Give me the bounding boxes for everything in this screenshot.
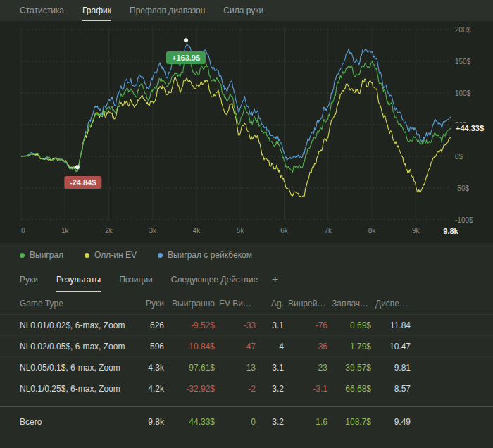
chart-point-marker xyxy=(75,165,80,169)
cell-ev-winrate: -47 xyxy=(215,342,256,351)
chart-point-marker xyxy=(184,38,188,42)
tab-graph[interactable]: График xyxy=(82,0,111,21)
y-axis-tick: -50$ xyxy=(455,185,469,192)
add-tab-button[interactable]: + xyxy=(272,267,278,292)
legend-label: Выиграл xyxy=(30,250,63,260)
series-line-won xyxy=(21,58,451,172)
sub-tab-bar-wrap: РукиРезультатыПозицииСледующее Действие … xyxy=(0,267,493,292)
cell-variance: 9.49 xyxy=(371,417,411,427)
x-axis-tick: 7k xyxy=(324,227,332,235)
x-axis-tick: 4k xyxy=(193,227,201,235)
allin-ev-dot-icon xyxy=(85,253,89,258)
chart-legend: ВыигралОлл-ин EVВыиграл с рейкбеком xyxy=(0,243,493,267)
column-header-hands[interactable]: Руки xyxy=(129,299,164,309)
legend-item-won[interactable]: Выиграл xyxy=(20,250,63,260)
cell-variance: 9.81 xyxy=(371,363,411,373)
low-annotation-badge: -24.84$ xyxy=(64,176,101,189)
x-axis-tick: 0 xyxy=(21,227,25,235)
cell-winrate: -36 xyxy=(284,342,327,351)
cell-variance: 10.47 xyxy=(371,342,411,351)
cell-ag: 3.1 xyxy=(256,363,284,373)
legend-label: Выиграл с рейкбеком xyxy=(168,250,252,260)
column-header-ev-winrate[interactable]: EV Винре... xyxy=(215,299,256,309)
cell-rake-paid: 0.69$ xyxy=(327,321,371,330)
column-header-won[interactable]: Выигранно xyxy=(164,299,215,309)
cell-ev-winrate: 13 xyxy=(215,363,256,373)
cell-won: -10.84$ xyxy=(164,342,215,351)
peak-annotation-badge: +163.9$ xyxy=(166,51,206,64)
x-axis-tick: 1k xyxy=(61,227,70,235)
column-header-rake-paid[interactable]: Заплачен... xyxy=(327,299,371,309)
cell-game-type: NL0.01/0.02$, 6-max, Zoom xyxy=(20,321,129,330)
tab-positions[interactable]: Позиции xyxy=(119,267,153,292)
cell-winrate: 1.6 xyxy=(284,417,327,427)
legend-label: Олл-ин EV xyxy=(94,250,137,260)
cell-game-type: Всего xyxy=(20,417,129,427)
cell-winrate: 23 xyxy=(284,363,327,373)
y-axis-tick: 150$ xyxy=(455,58,471,66)
x-axis-tick: 2k xyxy=(105,227,113,235)
cell-hands: 4.3k xyxy=(129,363,164,373)
cell-ev-winrate: 0 xyxy=(215,417,256,427)
sub-tab-bar: РукиРезультатыПозицииСледующее Действие xyxy=(20,267,258,292)
top-tab-bar: СтатистикаГрафикПрефлоп диапазонСила рук… xyxy=(0,0,493,21)
table-row[interactable]: NL0.02/0.05$, 6-max, Zoom596-10.84$-474-… xyxy=(0,336,493,357)
legend-item-won-rakeback[interactable]: Выиграл с рейкбеком xyxy=(158,250,252,260)
column-header-ag[interactable]: Ag. xyxy=(256,299,284,309)
tab-statistics[interactable]: Статистика xyxy=(20,0,64,21)
cell-hands: 626 xyxy=(129,321,164,330)
cell-ev-winrate: -2 xyxy=(215,384,256,394)
cell-game-type: NL0.1/0.25$, 6-max, Zoom xyxy=(20,384,129,394)
x-axis-tick: 9k xyxy=(412,227,420,235)
won-dot-icon xyxy=(20,253,25,258)
cell-ag: 3.1 xyxy=(256,321,284,330)
legend-item-allin-ev[interactable]: Олл-ин EV xyxy=(85,250,137,260)
tab-hand-strength[interactable]: Сила руки xyxy=(223,0,263,21)
x-axis-current-tick: 9.8k xyxy=(443,227,458,235)
y-axis-tick: 100$ xyxy=(455,89,471,97)
cell-won: -9.52$ xyxy=(164,321,215,330)
table-row[interactable]: NL0.01/0.02$, 6-max, Zoom626-9.52$-333.1… xyxy=(0,315,493,336)
y-axis-tick: -100$ xyxy=(455,216,473,224)
table-body: NL0.01/0.02$, 6-max, Zoom626-9.52$-333.1… xyxy=(0,315,493,436)
y-axis-tick: 200$ xyxy=(455,26,471,34)
x-axis-tick: 3k xyxy=(149,227,157,235)
chart-area[interactable]: 200$150$100$50$0$-50$-100$01k2k3k4k5k6k7… xyxy=(0,21,493,243)
cell-won: 44.33$ xyxy=(164,417,215,427)
cell-rake-paid: 66.68$ xyxy=(327,384,371,394)
table-header-row: Game TypeРукиВыигранноEV Винре...Ag.Винр… xyxy=(0,292,493,315)
table-total-row[interactable]: Всего9.8k44.33$03.21.6108.7$9.49 xyxy=(0,406,493,436)
tab-hands[interactable]: Руки xyxy=(20,267,38,292)
table-row[interactable]: NL0.05/0.1$, 6-max, Zoom4.3k97.61$133.12… xyxy=(0,357,493,378)
cell-hands: 596 xyxy=(129,342,164,351)
column-header-variance[interactable]: Дисперси... xyxy=(371,299,411,309)
y-axis-tick: 0$ xyxy=(455,153,463,161)
cell-won: -32.92$ xyxy=(164,384,215,394)
column-header-game-type[interactable]: Game Type xyxy=(20,299,129,309)
cell-ag: 4 xyxy=(256,342,284,351)
cell-rake-paid: 39.57$ xyxy=(327,363,371,373)
x-axis-tick: 8k xyxy=(368,227,377,235)
cell-game-type: NL0.02/0.05$, 6-max, Zoom xyxy=(20,342,129,351)
tab-preflop-range[interactable]: Префлоп диапазон xyxy=(130,0,205,21)
cell-won: 97.61$ xyxy=(164,363,215,373)
x-axis-tick: 5k xyxy=(237,227,245,235)
cell-winrate: -76 xyxy=(284,321,327,330)
series-line-won-rakeback xyxy=(21,44,451,171)
cell-ag: 3.2 xyxy=(256,417,284,427)
cell-ag: 3.2 xyxy=(256,384,284,394)
cell-rake-paid: 108.7$ xyxy=(327,417,371,427)
current-value-label: +44.33$ xyxy=(454,123,485,134)
column-header-winrate[interactable]: Винрейт ... xyxy=(284,299,327,309)
x-axis-tick: 6k xyxy=(280,227,289,235)
tab-next-action[interactable]: Следующее Действие xyxy=(171,267,258,292)
table-row[interactable]: NL0.1/0.25$, 6-max, Zoom4.2k-32.92$-23.2… xyxy=(0,378,493,399)
won-rakeback-dot-icon xyxy=(158,253,163,258)
cell-hands: 4.2k xyxy=(129,384,164,394)
tab-results[interactable]: Результаты xyxy=(56,267,101,292)
cell-rake-paid: 1.79$ xyxy=(327,342,371,351)
cell-winrate: -3.1 xyxy=(284,384,327,394)
cell-ev-winrate: -33 xyxy=(215,321,256,330)
cell-hands: 9.8k xyxy=(129,417,164,427)
cell-variance: 11.84 xyxy=(371,321,411,330)
